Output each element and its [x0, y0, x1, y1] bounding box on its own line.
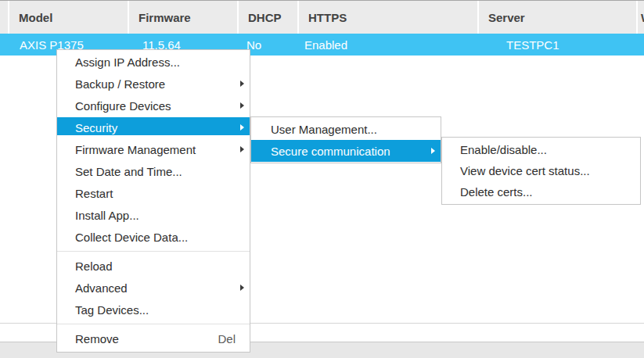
- menu-item-backup-restore[interactable]: Backup / Restore: [57, 73, 250, 95]
- column-header-truncated[interactable]: W: [638, 1, 644, 34]
- menu-item-label: View device cert status...: [460, 164, 590, 177]
- menu-item-label: Collect Device Data...: [75, 231, 188, 244]
- table-header-row: Model Firmware DHCP HTTPS Server W: [0, 0, 644, 34]
- column-header-dhcp[interactable]: DHCP: [239, 1, 297, 34]
- menu-item-label: Restart: [75, 187, 113, 200]
- menu-item-label: Backup / Restore: [75, 77, 165, 91]
- menu-item-label: Security: [75, 121, 117, 134]
- submenu-arrow-icon: [240, 285, 244, 291]
- device-status-cell: [0, 34, 8, 55]
- column-header-model[interactable]: Model: [9, 1, 128, 34]
- menu-item-collect-device-data[interactable]: Collect Device Data...: [57, 226, 250, 248]
- device-server-cell: TESTPC1: [477, 34, 636, 55]
- column-header-firmware[interactable]: Firmware: [129, 1, 237, 34]
- menu-item-assign-ip-address[interactable]: Assign IP Address...: [57, 51, 250, 73]
- column-header-status[interactable]: [0, 1, 8, 34]
- menu-item-shortcut: Del: [218, 332, 240, 345]
- menu-item-label: Assign IP Address...: [75, 55, 180, 69]
- menu-item-delete-certs[interactable]: Delete certs...: [442, 181, 640, 202]
- menu-item-firmware-management[interactable]: Firmware Management: [57, 138, 250, 160]
- menu-item-security[interactable]: Security: [57, 116, 250, 138]
- menu-item-reload[interactable]: Reload: [57, 255, 250, 277]
- menu-item-view-device-cert-status[interactable]: View device cert status...: [442, 160, 640, 181]
- menu-separator: [57, 251, 250, 252]
- menu-item-tag-devices[interactable]: Tag Devices...: [57, 299, 250, 320]
- menu-item-label: Install App...: [75, 209, 139, 222]
- secure-communication-submenu: Enable/disable... View device cert statu…: [441, 137, 641, 205]
- menu-item-advanced[interactable]: Advanced: [57, 277, 250, 299]
- menu-item-secure-communication[interactable]: Secure communication: [251, 140, 441, 162]
- column-header-server[interactable]: Server: [479, 1, 636, 34]
- menu-item-label: Set Date and Time...: [75, 165, 182, 178]
- menu-item-configure-devices[interactable]: Configure Devices: [57, 95, 250, 116]
- menu-item-remove[interactable]: Remove Del: [57, 328, 250, 349]
- menu-item-label: Reload: [75, 260, 113, 273]
- menu-item-user-management[interactable]: User Management...: [251, 118, 441, 140]
- device-https-cell: Enabled: [297, 34, 477, 55]
- submenu-arrow-icon: [431, 148, 435, 154]
- menu-item-install-app[interactable]: Install App...: [57, 204, 250, 226]
- submenu-arrow-icon: [240, 146, 244, 152]
- menu-item-label: Enable/disable...: [460, 143, 547, 156]
- menu-item-label: Tag Devices...: [75, 303, 149, 317]
- menu-item-label: Advanced: [75, 281, 128, 295]
- menu-separator: [57, 324, 250, 324]
- menu-item-label: Configure Devices: [75, 99, 171, 113]
- menu-item-label: User Management...: [271, 123, 377, 136]
- column-header-https[interactable]: HTTPS: [299, 1, 477, 34]
- device-manager-window: Model Firmware DHCP HTTPS Server W AXIS …: [0, 0, 644, 358]
- submenu-arrow-icon: [240, 124, 244, 131]
- menu-item-label: Firmware Management: [75, 143, 196, 156]
- security-submenu: User Management... Secure communication: [250, 116, 441, 163]
- menu-item-set-date-time[interactable]: Set Date and Time...: [57, 160, 250, 182]
- menu-item-restart[interactable]: Restart: [57, 182, 250, 204]
- submenu-arrow-icon: [240, 81, 244, 87]
- menu-item-label: Secure communication: [271, 145, 390, 158]
- submenu-arrow-icon: [240, 102, 244, 109]
- menu-item-label: Delete certs...: [460, 185, 533, 199]
- menu-item-label: Remove: [75, 332, 119, 345]
- context-menu: Assign IP Address... Backup / Restore Co…: [56, 49, 250, 353]
- menu-item-enable-disable[interactable]: Enable/disable...: [442, 139, 640, 160]
